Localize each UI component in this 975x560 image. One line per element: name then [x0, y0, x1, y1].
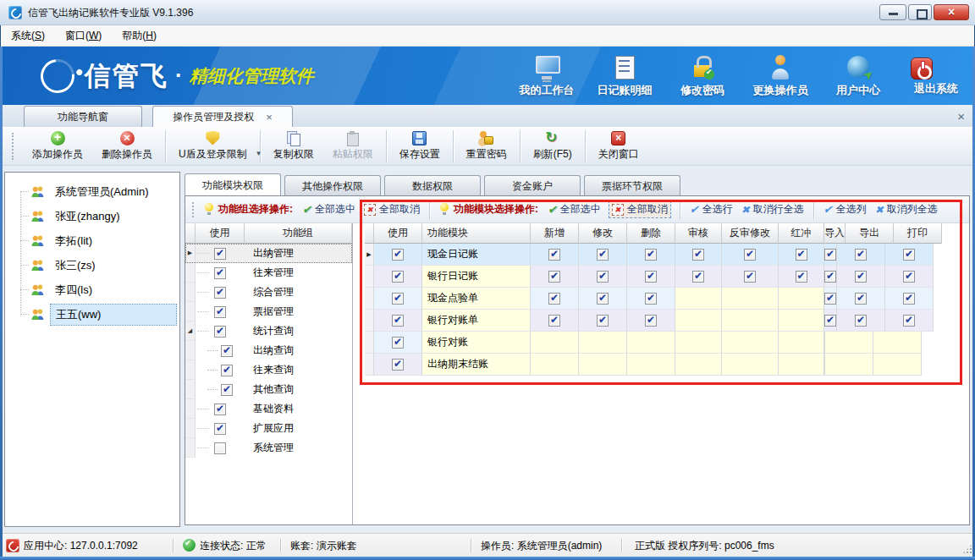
perm-checkbox[interactable]: [548, 315, 560, 327]
group-checkbox[interactable]: [214, 442, 226, 454]
perm-checkbox[interactable]: [824, 315, 836, 327]
perm-checkbox[interactable]: [744, 249, 756, 261]
perm-checkbox[interactable]: [548, 271, 560, 283]
select-row-button[interactable]: 全选行: [690, 202, 733, 217]
module-use-checkbox[interactable]: [392, 337, 404, 349]
toolbar-button-add[interactable]: 添加操作员: [23, 129, 92, 163]
perm-checkbox[interactable]: [903, 249, 915, 261]
group-checkbox[interactable]: [221, 384, 233, 396]
group-row-6[interactable]: 往来查询: [185, 360, 352, 380]
perm-cell[interactable]: [531, 310, 579, 332]
group-row-0[interactable]: ▶出纳管理: [185, 244, 352, 263]
perm-cell[interactable]: [579, 288, 627, 310]
user-item-5[interactable]: 王五(ww): [5, 302, 179, 327]
group-checkbox[interactable]: [214, 287, 226, 299]
group-checkbox[interactable]: [221, 365, 233, 376]
perm-checkbox[interactable]: [744, 271, 756, 283]
toolbar-button-closewin[interactable]: 关闭窗口: [589, 129, 648, 163]
perm-cell[interactable]: [627, 266, 675, 288]
toolbar-button-copy[interactable]: 复制权限: [264, 129, 323, 163]
perm-checkbox[interactable]: [903, 293, 915, 305]
group-checkbox[interactable]: [214, 404, 226, 415]
perm-cell[interactable]: [627, 288, 675, 310]
user-item-0[interactable]: 系统管理员(Admin): [5, 179, 179, 204]
module-use-checkbox[interactable]: [392, 315, 404, 327]
perm-cell[interactable]: [779, 310, 824, 332]
user-item-1[interactable]: 张亚(zhangy): [5, 204, 179, 228]
perm-cell[interactable]: [722, 288, 779, 310]
perm-cell[interactable]: [722, 244, 779, 266]
select-column-button[interactable]: 全选列: [824, 202, 867, 217]
perm-cell[interactable]: [779, 266, 824, 288]
group-checkbox[interactable]: [221, 345, 233, 357]
perm-cell[interactable]: [779, 244, 824, 266]
perm-checkbox[interactable]: [796, 271, 807, 283]
group-checkbox[interactable]: [214, 248, 226, 260]
perm-checkbox[interactable]: [855, 315, 867, 327]
perm-cell[interactable]: [824, 310, 837, 332]
perm-cell[interactable]: [824, 266, 837, 288]
module-row-3[interactable]: 银行对账单: [365, 310, 966, 332]
module-row-5[interactable]: 出纳期末结账: [365, 354, 966, 376]
group-checkbox[interactable]: [214, 423, 226, 435]
perm-cell[interactable]: [722, 332, 779, 354]
module-use-checkbox[interactable]: [392, 359, 404, 371]
perm-checkbox[interactable]: [597, 271, 609, 283]
doc-tab-0[interactable]: 功能导航窗: [24, 106, 142, 127]
group-row-8[interactable]: 基础资料: [185, 399, 352, 419]
perm-checkbox[interactable]: [645, 249, 657, 261]
perm-cell[interactable]: [579, 310, 627, 332]
perm-cell[interactable]: [837, 310, 885, 332]
perm-cell[interactable]: [579, 244, 627, 266]
doc-tab-1[interactable]: 操作员管理及授权: [152, 106, 293, 127]
perm-cell[interactable]: [675, 288, 722, 310]
perm-checkbox[interactable]: [597, 293, 609, 305]
module-select-all-button[interactable]: 全部选中: [548, 202, 601, 217]
perm-cell[interactable]: [675, 310, 722, 332]
banner-action-power[interactable]: 退出系统: [907, 55, 965, 96]
perm-tab-2[interactable]: 数据权限: [384, 175, 481, 196]
user-item-2[interactable]: 李拓(lit): [5, 228, 179, 253]
module-use-checkbox[interactable]: [392, 271, 404, 283]
perm-checkbox[interactable]: [903, 271, 915, 283]
perm-cell[interactable]: [837, 244, 885, 266]
perm-cell[interactable]: [837, 266, 885, 288]
perm-cell[interactable]: [885, 288, 934, 310]
minimize-button[interactable]: [879, 4, 906, 20]
perm-tab-3[interactable]: 资金账户: [484, 175, 581, 196]
perm-cell[interactable]: [627, 310, 675, 332]
group-row-10[interactable]: 系统管理: [185, 438, 352, 458]
perm-checkbox[interactable]: [903, 315, 915, 327]
banner-action-person[interactable]: 更换操作员: [752, 54, 809, 98]
perm-cell[interactable]: [779, 354, 824, 376]
user-item-4[interactable]: 李四(ls): [5, 277, 179, 302]
perm-checkbox[interactable]: [692, 271, 704, 283]
perm-checkbox[interactable]: [855, 249, 867, 261]
perm-cell[interactable]: [722, 310, 779, 332]
module-row-0[interactable]: ▶现金日记账: [365, 244, 966, 266]
perm-cell[interactable]: [885, 244, 934, 266]
perm-cell[interactable]: [825, 354, 873, 376]
menu-item-s[interactable]: 系统(S): [1, 25, 55, 47]
perm-cell[interactable]: [531, 332, 579, 354]
group-checkbox[interactable]: [214, 267, 226, 279]
perm-cell[interactable]: [675, 332, 722, 354]
perm-checkbox[interactable]: [597, 249, 609, 261]
perm-cell[interactable]: [531, 244, 579, 266]
banner-action-lock[interactable]: 修改密码: [674, 54, 731, 98]
perm-cell[interactable]: [675, 244, 722, 266]
perm-checkbox[interactable]: [824, 293, 836, 305]
clear-column-button[interactable]: 取消列全选: [875, 202, 938, 217]
perm-cell[interactable]: [627, 332, 675, 354]
perm-cell[interactable]: [779, 288, 824, 310]
perm-cell[interactable]: [579, 332, 627, 354]
perm-checkbox[interactable]: [548, 249, 560, 261]
perm-checkbox[interactable]: [692, 249, 704, 261]
toolbar-button-refresh[interactable]: 刷新(F5): [524, 129, 581, 163]
group-row-1[interactable]: 往来管理: [185, 263, 352, 283]
resize-grip[interactable]: [962, 544, 972, 554]
banner-action-monitor[interactable]: 我的工作台: [518, 54, 576, 98]
group-checkbox[interactable]: [214, 306, 226, 318]
menu-item-w[interactable]: 窗口(W): [55, 25, 112, 47]
group-row-5[interactable]: 出纳查询: [185, 341, 352, 360]
